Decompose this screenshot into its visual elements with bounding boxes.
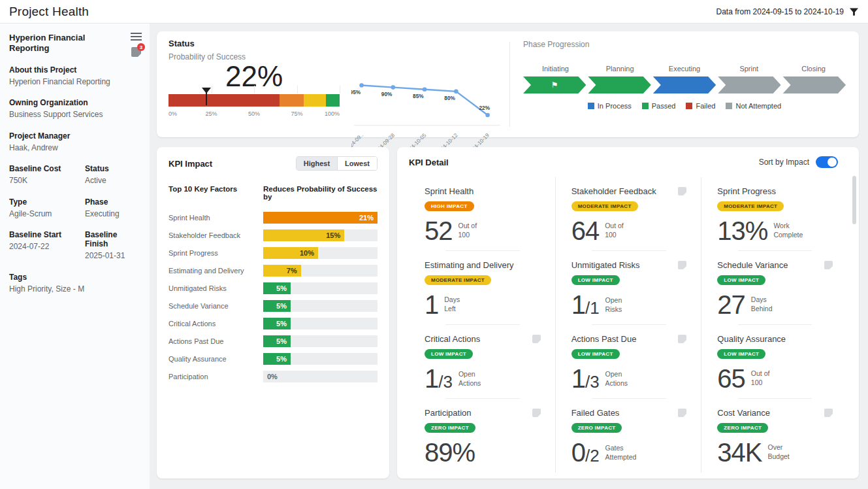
- kpi-unit: DaysLeft: [444, 295, 460, 313]
- field-value: Haak, Andrew: [9, 143, 140, 154]
- kpi-title: Schedule Variance: [717, 260, 788, 270]
- impact-row: Stakeholder Feedback15%: [169, 226, 378, 244]
- sort-by-impact-toggle[interactable]: [816, 156, 838, 168]
- field-label: Baseline Finish: [85, 230, 140, 248]
- kpi-cell-stakeholder-feedback: Stakeholder Feedback MODERATE IMPACT 64O…: [555, 177, 701, 251]
- flag-icon: ⚑: [551, 81, 558, 89]
- field-label: Status: [85, 164, 140, 173]
- impact-row: Sprint Health21%: [169, 209, 378, 226]
- kpi-title: Sprint Progress: [717, 186, 776, 196]
- svg-text:85%: 85%: [413, 93, 424, 99]
- field-value: Executing: [85, 209, 140, 220]
- impact-badge: LOW IMPACT: [571, 275, 620, 285]
- baseline-finish-field: Baseline Finish 2025-01-31: [85, 230, 140, 261]
- phase-chevron-closing[interactable]: [783, 76, 846, 93]
- phase-chevrons: ⚑: [523, 76, 846, 93]
- impact-bar-track: 7%: [263, 265, 378, 277]
- svg-text:22%: 22%: [479, 105, 490, 111]
- note-icon[interactable]: [824, 261, 833, 269]
- reduces-column-header: Reduces Probability of Success by: [263, 185, 378, 201]
- kpi-title: Quality Assurance: [717, 334, 786, 344]
- impact-badge: LOW IMPACT: [571, 349, 620, 359]
- impact-bar-track: 5%: [263, 300, 378, 312]
- legend-swatch: [588, 103, 594, 109]
- project-info-sidebar: Hyperion Financial Reporting 3 About thi…: [0, 24, 150, 489]
- phase-legend: In Process Passed Failed Not Attempted: [523, 102, 846, 110]
- kpi-detail-card: KPI Detail Sort by Impact Sprint Health …: [397, 147, 859, 479]
- impact-row: Actions Past Due5%: [169, 332, 378, 350]
- impact-row: Unmitigated Risks5%: [169, 279, 378, 297]
- impact-bar: 10%: [263, 247, 318, 259]
- note-icon[interactable]: [532, 409, 541, 417]
- probability-subtitle: Probability of Success: [169, 52, 503, 61]
- impact-row: Critical Actions5%: [169, 314, 378, 332]
- kpi-denominator: /3: [438, 372, 453, 392]
- kpi-cell-schedule-variance: Schedule Variance LOW IMPACT 27DaysBehin…: [701, 251, 847, 325]
- phase-chevron-sprint[interactable]: [718, 76, 780, 93]
- kpi-denominator: /3: [585, 372, 600, 392]
- impact-bar: 5%: [263, 353, 291, 365]
- note-icon[interactable]: [678, 261, 686, 269]
- impact-badge: MODERATE IMPACT: [425, 275, 491, 285]
- tags-field: Tags High Priority, Size - M: [9, 273, 140, 295]
- impact-row-label: Participation: [169, 373, 263, 380]
- kpi-value: 1: [425, 365, 438, 392]
- impact-row-label: Schedule Variance: [169, 302, 263, 310]
- kpi-unit: Out of100: [751, 369, 770, 387]
- legend-swatch: [686, 103, 692, 109]
- kpi-unit: DaysBehind: [751, 295, 773, 313]
- kpi-value: 27: [717, 292, 745, 318]
- note-icon[interactable]: [678, 335, 686, 343]
- kpi-cell-critical-actions: Critical Actions LOW IMPACT 1/3OpenActio…: [409, 325, 555, 399]
- kpi-unit: GatesAttempted: [605, 444, 637, 462]
- kpi-cell-quality-assurance: Quality Assurance LOW IMPACT 65Out of100: [701, 325, 847, 399]
- menu-icon[interactable]: [129, 31, 143, 42]
- lowest-button[interactable]: Lowest: [337, 157, 377, 170]
- impact-sort-toggle: Highest Lowest: [296, 156, 378, 171]
- phase-chevron-planning[interactable]: [588, 76, 651, 93]
- impact-bar: 15%: [263, 229, 344, 241]
- kpi-title: Critical Actions: [425, 334, 480, 344]
- impact-badge: HIGH IMPACT: [425, 201, 474, 211]
- about-field: About this Project Hyperion Financial Re…: [9, 65, 140, 88]
- kpi-value: 1: [571, 365, 585, 392]
- top-bar: Project Health Data from 2024-09-15 to 2…: [0, 0, 868, 24]
- field-value: High Priority, Size - M: [9, 284, 140, 295]
- impact-bar: 7%: [263, 265, 301, 277]
- phase-field: Phase Executing: [85, 197, 140, 220]
- note-icon[interactable]: [532, 335, 541, 343]
- note-icon[interactable]: [678, 409, 686, 417]
- impact-bar-track: 5%: [263, 353, 378, 365]
- impact-badge: ZERO IMPACT: [571, 423, 622, 433]
- impact-badge: ZERO IMPACT: [717, 423, 768, 433]
- impact-row: Estimating and Delivery7%: [169, 261, 378, 279]
- kpi-value: 13%: [717, 218, 767, 244]
- impact-row-label: Stakeholder Feedback: [169, 231, 263, 239]
- detail-scrollbar[interactable]: [852, 176, 856, 224]
- field-label: About this Project: [9, 65, 140, 75]
- impact-bar-track: 5%: [263, 335, 378, 347]
- impact-bar-track: 10%: [263, 247, 378, 259]
- field-value: Business Support Services: [9, 110, 140, 120]
- phase-chevron-executing[interactable]: [653, 76, 716, 93]
- success-gauge: 22%: [169, 61, 340, 160]
- date-filter[interactable]: Data from 2024-09-15 to 2024-10-19: [716, 7, 859, 16]
- filter-icon[interactable]: [849, 7, 859, 16]
- phase-label: Sprint: [716, 65, 781, 73]
- gauge-bar: [169, 94, 340, 107]
- impact-row-label: Sprint Progress: [169, 249, 263, 257]
- legend-swatch: [726, 103, 732, 109]
- note-icon[interactable]: [824, 409, 833, 417]
- field-label: Baseline Cost: [9, 164, 85, 173]
- gauge-segment-orange: [280, 94, 304, 107]
- project-notes-button[interactable]: 3: [131, 47, 141, 57]
- impact-bar: 5%: [263, 300, 291, 312]
- note-icon[interactable]: [678, 187, 686, 195]
- kpi-title: Estimating and Delivery: [425, 260, 514, 270]
- highest-button[interactable]: Highest: [297, 157, 337, 170]
- gauge-tick-label: 100%: [325, 110, 340, 117]
- impact-row: Participation0%: [169, 367, 378, 385]
- project-health-dashboard: Project Health Data from 2024-09-15 to 2…: [0, 0, 868, 489]
- kpi-cell-unmitigated-risks: Unmitigated Risks LOW IMPACT 1/1OpenRisk…: [555, 251, 701, 325]
- phase-chevron-initiating[interactable]: ⚑: [523, 76, 586, 93]
